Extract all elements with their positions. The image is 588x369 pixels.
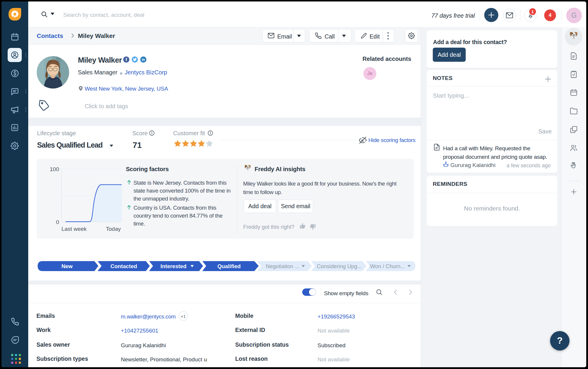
svg-text:Qualified: Qualified [217, 263, 240, 269]
svg-text:Negotiation ...: Negotiation ... [266, 263, 299, 269]
svg-text:New: New [61, 263, 73, 269]
svg-text:Contacted: Contacted [111, 263, 137, 269]
svg-text:Considering Upg...: Considering Upg... [317, 263, 362, 269]
svg-text:Won / Churn...: Won / Churn... [370, 263, 405, 269]
svg-text:Interested: Interested [161, 263, 186, 269]
